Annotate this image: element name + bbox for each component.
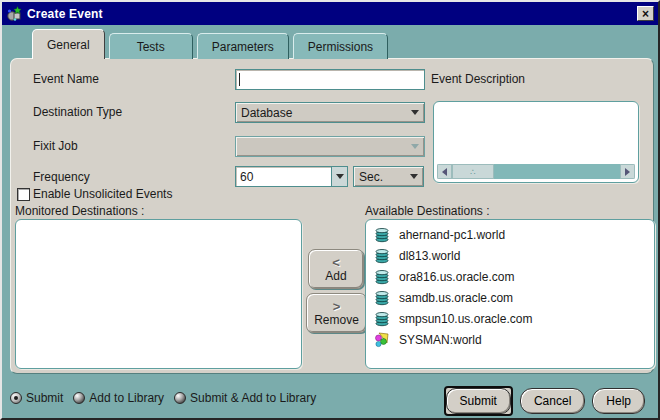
frequency-unit-value: Sec. [359, 170, 383, 184]
description-horizontal-scrollbar[interactable]: ∴ [437, 164, 635, 179]
group-icon [374, 332, 390, 348]
help-button-label: Help [606, 394, 631, 408]
enable-unsolicited-checkbox[interactable] [17, 188, 30, 201]
radio-add-to-library[interactable]: Add to Library [73, 391, 164, 405]
titlebar[interactable]: Create Event × [2, 2, 658, 25]
scrollbar-thumb[interactable]: ∴ [452, 164, 494, 179]
list-item[interactable]: smpsun10.us.oracle.com [368, 308, 652, 329]
scroll-left-icon [442, 168, 447, 176]
list-item[interactable]: SYSMAN:world [368, 329, 652, 350]
tab-permissions-label: Permissions [308, 40, 373, 54]
destination-type-value: Database [241, 106, 292, 120]
close-button[interactable]: × [637, 6, 654, 21]
available-destinations-label: Available Destinations : [365, 204, 490, 218]
frequency-label: Frequency [33, 170, 90, 184]
monitored-destinations-label: Monitored Destinations : [15, 204, 144, 218]
add-button[interactable]: < Add [308, 249, 364, 289]
destination-name: ahernand-pc1.world [399, 228, 505, 242]
chevron-down-icon [410, 174, 418, 179]
fixit-job-label: Fixit Job [33, 139, 78, 153]
radio-add-to-library-label: Add to Library [89, 391, 164, 405]
chevron-right-icon: > [333, 300, 341, 313]
default-button-ring: Submit [444, 386, 513, 416]
cancel-button-label: Cancel [534, 394, 571, 408]
window-title: Create Event [27, 7, 103, 21]
scroll-right-icon [625, 168, 630, 176]
radio-submit-and-add[interactable]: Submit & Add to Library [174, 391, 316, 405]
tab-bar: General Tests Parameters Permissions [32, 29, 388, 59]
monitored-destinations-list[interactable] [15, 219, 302, 369]
radio-submit-and-add-label: Submit & Add to Library [190, 391, 316, 405]
tab-general[interactable]: General [32, 29, 105, 59]
fixit-job-dropdown [235, 136, 425, 157]
database-icon [374, 269, 390, 285]
radio-icon [174, 392, 186, 404]
list-item[interactable]: ora816.us.oracle.com [368, 266, 652, 287]
create-event-app-icon [6, 6, 22, 22]
database-icon [374, 290, 390, 306]
chevron-left-icon: < [332, 256, 340, 269]
tab-parameters-label: Parameters [212, 40, 274, 54]
text-caret [239, 73, 240, 86]
tab-parameters[interactable]: Parameters [197, 33, 289, 59]
radio-submit-label: Submit [26, 391, 63, 405]
frequency-unit-dropdown[interactable]: Sec. [353, 166, 424, 187]
destination-name: smpsun10.us.oracle.com [399, 312, 532, 326]
destination-type-dropdown[interactable]: Database [235, 102, 425, 123]
radio-icon [10, 392, 22, 404]
tab-tests[interactable]: Tests [109, 33, 193, 59]
frequency-dropdown-button[interactable] [331, 167, 347, 186]
event-description-textarea[interactable]: ∴ [433, 101, 639, 183]
tab-permissions[interactable]: Permissions [293, 33, 388, 59]
destination-name: samdb.us.oracle.com [399, 291, 513, 305]
help-button[interactable]: Help [592, 388, 645, 414]
database-icon [374, 227, 390, 243]
database-icon [374, 248, 390, 264]
database-icon [374, 311, 390, 327]
submit-mode-radio-group: Submit Add to Library Submit & Add to Li… [10, 391, 316, 405]
destination-name: dl813.world [399, 249, 460, 263]
remove-button-label: Remove [314, 313, 359, 327]
scroll-left-button[interactable] [437, 164, 452, 179]
remove-button[interactable]: > Remove [306, 293, 367, 333]
general-tab-panel: Event Name Event Description ∴ Destinati… [10, 58, 654, 374]
chevron-down-icon [411, 144, 419, 149]
radio-submit[interactable]: Submit [10, 391, 63, 405]
enable-unsolicited-row: Enable Unsolicited Events [17, 187, 172, 201]
chevron-down-icon [411, 110, 419, 115]
destination-type-label: Destination Type [33, 105, 122, 119]
cancel-button[interactable]: Cancel [520, 388, 585, 414]
list-item[interactable]: dl813.world [368, 245, 652, 266]
submit-button-label: Submit [460, 394, 497, 408]
destination-name: SYSMAN:world [399, 333, 482, 347]
create-event-dialog: Create Event × General Tests Parameters … [0, 0, 660, 420]
event-name-input[interactable] [235, 69, 425, 90]
list-item[interactable]: samdb.us.oracle.com [368, 287, 652, 308]
frequency-input[interactable]: 60 [235, 166, 348, 187]
event-description-label: Event Description [431, 72, 525, 86]
chevron-down-icon [336, 174, 344, 179]
enable-unsolicited-label: Enable Unsolicited Events [33, 187, 172, 201]
close-icon: × [642, 9, 649, 19]
scroll-right-button[interactable] [620, 164, 635, 179]
footer-buttons: Submit Cancel Help [444, 386, 645, 416]
list-item[interactable]: ahernand-pc1.world [368, 224, 652, 245]
add-button-label: Add [325, 269, 346, 283]
frequency-value: 60 [236, 167, 331, 186]
available-destinations-list[interactable]: ahernand-pc1.world [365, 219, 655, 369]
tab-tests-label: Tests [137, 40, 165, 54]
event-name-label: Event Name [33, 72, 99, 86]
submit-button[interactable]: Submit [446, 388, 511, 414]
destination-name: ora816.us.oracle.com [399, 270, 514, 284]
tab-general-label: General [47, 38, 90, 52]
radio-icon [73, 392, 85, 404]
